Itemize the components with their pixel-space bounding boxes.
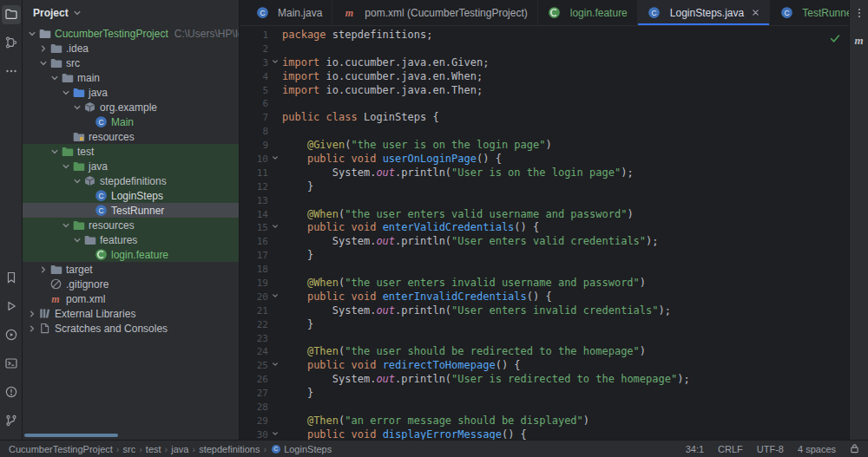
code-token: )	[627, 208, 633, 220]
fold-chevron-icon[interactable]	[268, 56, 282, 70]
code-token: }	[282, 180, 313, 193]
breadcrumb-item-stepdefinitions[interactable]: stepdefinitions	[199, 444, 260, 454]
chevron-down-icon[interactable]	[37, 57, 49, 69]
chevron-down-icon[interactable]	[26, 28, 37, 39]
tree-item-label: resources	[89, 131, 135, 143]
structure-button[interactable]	[2, 34, 21, 53]
tree-item-pom-xml[interactable]: mpom.xml	[23, 291, 239, 306]
editor-options-kebab-icon[interactable]	[853, 7, 865, 19]
fold-chevron-icon[interactable]	[268, 221, 282, 235]
chevron-down-icon[interactable]	[60, 160, 71, 172]
tree-item-stepdefinitions[interactable]: stepdefinitions	[23, 173, 239, 188]
chevron-down-icon[interactable]	[49, 72, 60, 83]
status-widget-34-1[interactable]: 34:1	[686, 444, 704, 454]
tab-login-feature[interactable]: login.feature	[538, 0, 638, 25]
code-token: }	[282, 249, 313, 261]
folder-green-icon	[71, 219, 85, 232]
version-control-button[interactable]	[2, 412, 21, 431]
problems-icon	[4, 385, 18, 402]
status-widget-4-spaces[interactable]: 4 spaces	[798, 444, 836, 454]
chevron-right-icon[interactable]	[26, 323, 37, 334]
tab-loginsteps-java[interactable]: CLoginSteps.java	[638, 0, 770, 25]
svg-text:C: C	[98, 118, 103, 127]
inspections-ok-icon[interactable]	[829, 32, 841, 47]
code-editor[interactable]: 1package stepdefinitions;23import io.cuc…	[240, 26, 849, 440]
folder-icon	[49, 263, 62, 277]
line-number: 21	[246, 304, 268, 318]
status-widget-crlf[interactable]: CRLF	[718, 444, 743, 454]
chevron-right-icon[interactable]	[37, 42, 49, 54]
fold-chevron-icon[interactable]	[268, 428, 282, 440]
tab-pom-xml-cucumbertestingproject[interactable]: mpom.xml (CucumberTestingProject)	[332, 0, 537, 25]
chevron-right-icon[interactable]	[26, 308, 37, 319]
tab-testrunner-java[interactable]: CTestRunner.java	[770, 0, 849, 25]
chevron-down-icon[interactable]	[60, 219, 71, 231]
tree-item-idea[interactable]: .idea	[23, 41, 239, 55]
fold-chevron-icon[interactable]	[268, 153, 282, 166]
code-token: System.	[282, 373, 376, 385]
tree-item-testrunner[interactable]: CTestRunner	[23, 203, 239, 218]
tree-item-main[interactable]: main	[23, 70, 239, 85]
horizontal-scrollbar[interactable]	[24, 434, 118, 437]
chevron-down-icon[interactable]	[72, 8, 83, 19]
tree-item-org-example[interactable]: org.example	[23, 100, 239, 114]
breadcrumb-item-java[interactable]: java	[171, 444, 188, 454]
tree-item-resources[interactable]: resources	[23, 218, 239, 232]
tree-item-scratches-and-consoles[interactable]: Scratches and Consoles	[23, 321, 239, 336]
lock-icon[interactable]	[850, 443, 859, 455]
status-widget-utf-8[interactable]: UTF-8	[757, 444, 784, 454]
class-icon: C	[94, 115, 108, 129]
chevron-down-icon[interactable]	[71, 175, 82, 186]
svg-text:C: C	[260, 9, 265, 17]
breadcrumb-item-cucumbertestingproject[interactable]: CucumberTestingProject	[9, 444, 113, 454]
tree-item-loginsteps[interactable]: CLoginSteps	[23, 188, 239, 203]
code-token: .println(	[395, 235, 451, 247]
chevron-right-icon[interactable]	[37, 264, 49, 275]
tree-item-cucumbertestingproject[interactable]: CucumberTestingProjectC:\Users\HP\IdeaP	[23, 26, 239, 41]
fold-chevron-icon[interactable]	[268, 291, 282, 304]
line-number: 17	[246, 249, 268, 263]
services-button[interactable]	[2, 326, 21, 345]
tree-item-external-libraries[interactable]: External Libraries	[23, 306, 239, 321]
tree-item-gitignore[interactable]: .gitignore	[23, 277, 239, 291]
tree-item-src[interactable]: src	[23, 55, 239, 70]
tab-main-java[interactable]: CMain.java	[246, 0, 332, 25]
maven-tool-window-button[interactable]: m	[854, 34, 863, 48]
terminal-button[interactable]	[2, 355, 21, 374]
tree-item-features[interactable]: features	[23, 232, 239, 247]
ide-window: Project CucumberTestingProjectC:\Users\H…	[0, 0, 868, 457]
chevron-down-icon[interactable]	[71, 101, 82, 113]
project-folder-icon	[4, 7, 18, 23]
close-icon[interactable]	[752, 9, 760, 16]
code-token: );	[677, 373, 689, 385]
code-line: 4import io.cucumber.java.en.When;	[240, 70, 849, 84]
tree-item-login-feature[interactable]: login.feature	[23, 247, 239, 262]
tree-item-main[interactable]: CMain	[23, 114, 239, 129]
scratches-icon	[37, 322, 51, 336]
tree-item-target[interactable]: target	[23, 262, 239, 277]
project-folder-button[interactable]	[2, 5, 21, 24]
tree-item-label: src	[66, 57, 80, 69]
more-button[interactable]	[2, 62, 21, 82]
code-token: "User enters valid credentials"	[451, 235, 646, 247]
code-token	[376, 221, 382, 233]
run-button[interactable]	[2, 297, 21, 317]
project-view-selector[interactable]: Project	[33, 7, 69, 19]
fold-chevron-icon[interactable]	[268, 359, 282, 373]
code-token: public void	[307, 153, 376, 165]
chevron-down-icon[interactable]	[49, 146, 60, 157]
breadcrumb-item-src[interactable]: src	[123, 444, 136, 454]
tree-item-java[interactable]: java	[23, 85, 239, 100]
bookmarks-button[interactable]	[2, 269, 21, 288]
tree-item-label: test	[77, 146, 94, 158]
tree-item-java[interactable]: java	[23, 159, 239, 173]
problems-button[interactable]	[2, 383, 21, 402]
structure-icon	[4, 36, 18, 52]
code-token: "the user enters valid username and pass…	[345, 208, 627, 220]
tree-item-resources[interactable]: resources	[23, 129, 239, 144]
breadcrumb-item-test[interactable]: test	[146, 444, 161, 454]
breadcrumb-item-loginsteps[interactable]: CLoginSteps	[270, 443, 332, 454]
tree-item-test[interactable]: test	[23, 144, 239, 159]
chevron-down-icon[interactable]	[71, 234, 82, 245]
chevron-down-icon[interactable]	[60, 87, 71, 98]
